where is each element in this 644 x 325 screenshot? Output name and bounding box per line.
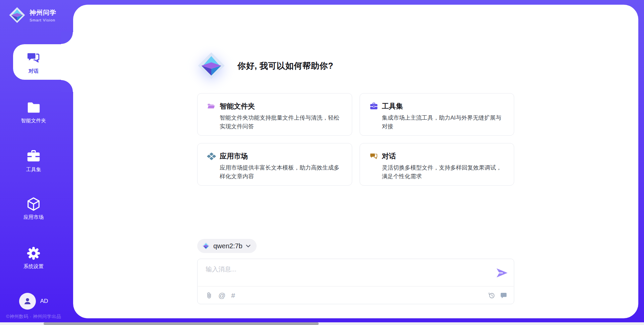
message-composer: @ #: [197, 259, 514, 304]
card-title: 对话: [382, 151, 396, 161]
chevron-down-icon: [246, 245, 251, 248]
hero-diamond-icon: [197, 52, 225, 80]
folder-icon: [26, 100, 41, 115]
sidebar-item-settings[interactable]: 系统设置: [0, 246, 67, 270]
folder-open-icon: [207, 102, 216, 111]
sidebar-item-label: 对话: [29, 68, 39, 74]
mention-button[interactable]: @: [218, 292, 225, 299]
avatar: [19, 293, 36, 310]
briefcase-icon: [369, 102, 378, 111]
brand-subtitle: Smart Vision: [30, 18, 56, 22]
brand-diamond-icon: [9, 7, 25, 23]
sidebar-item-app-market[interactable]: 应用市场: [0, 196, 67, 220]
hash-icon: #: [231, 292, 235, 299]
cube-icon: [26, 196, 41, 212]
user-initials: AD: [40, 298, 48, 305]
sidebar-item-label: 应用市场: [23, 214, 44, 220]
copyright-footer: ©神州数码 · 神州问学出品: [6, 314, 61, 320]
card-toolset[interactable]: 工具集 集成市场上主流工具，助力AI与外界无缝扩展与对接: [360, 93, 515, 136]
card-description: 智能文件夹功能支持批量文件上传与清洗，轻松实现文件问答: [220, 114, 342, 131]
topic-button[interactable]: #: [231, 292, 235, 299]
send-icon: [496, 268, 508, 278]
card-chat[interactable]: 对话 灵活切换多模型文件，支持多样回复效果调试，满足个性化需求: [360, 143, 515, 186]
card-description: 集成市场上主流工具，助力AI与外界无缝扩展与对接: [382, 114, 505, 131]
model-selector[interactable]: qwen2:7b: [197, 239, 257, 253]
user-account[interactable]: AD: [0, 293, 67, 310]
history-icon: [488, 292, 495, 299]
model-name: qwen2:7b: [213, 242, 243, 250]
sidebar-item-smart-folder[interactable]: 智能文件夹: [0, 100, 67, 124]
conversation-button[interactable]: [500, 292, 507, 299]
card-description: 应用市场提供丰富长文本模板，助力高效生成多样化文章内容: [220, 164, 342, 181]
message-input[interactable]: [206, 265, 490, 284]
tab-curve-top: [61, 32, 73, 44]
horizontal-scrollbar-track: [0, 322, 644, 325]
model-diamond-icon: [202, 242, 210, 250]
card-description: 灵活切换多模型文件，支持多样回复效果调试，满足个性化需求: [382, 164, 505, 181]
sidebar-item-label: 系统设置: [23, 263, 44, 270]
card-title: 工具集: [382, 102, 403, 111]
gear-icon: [26, 246, 41, 261]
blocks-icon: [207, 152, 216, 161]
chat-icon: [26, 50, 41, 66]
greeting-block: 你好, 我可以如何帮助你?: [197, 52, 333, 80]
sidebar: 神州问学 Smart Vision 对话 智能文件夹 工具集 应用市场 系统设置…: [0, 0, 73, 325]
greeting-title: 你好, 我可以如何帮助你?: [237, 60, 333, 71]
card-title: 智能文件夹: [220, 102, 255, 111]
sidebar-item-toolset[interactable]: 工具集: [0, 149, 67, 173]
chat-icon: [369, 152, 378, 161]
history-button[interactable]: [488, 292, 495, 299]
brand-logo: 神州问学 Smart Vision: [9, 7, 56, 23]
sidebar-item-label: 智能文件夹: [21, 118, 46, 124]
brand-name: 神州问学: [30, 8, 56, 17]
feature-cards: 智能文件夹 智能文件夹功能支持批量文件上传与清洗，轻松实现文件问答 工具集 集成…: [197, 93, 514, 186]
main-panel: 你好, 我可以如何帮助你? 智能文件夹 智能文件夹功能支持批量文件上传与清洗，轻…: [73, 5, 638, 318]
sidebar-item-chat[interactable]: 对话: [0, 50, 67, 74]
person-icon: [22, 296, 33, 306]
at-icon: @: [218, 292, 225, 299]
tab-curve-bottom: [61, 80, 73, 92]
message-icon: [500, 292, 507, 299]
sidebar-item-label: 工具集: [26, 167, 41, 173]
send-button[interactable]: [496, 268, 508, 279]
card-smart-folder[interactable]: 智能文件夹 智能文件夹功能支持批量文件上传与清洗，轻松实现文件问答: [197, 93, 352, 136]
horizontal-scrollbar-thumb[interactable]: [44, 322, 319, 325]
briefcase-icon: [26, 149, 41, 164]
paperclip-icon: [206, 292, 213, 299]
card-title: 应用市场: [220, 151, 248, 161]
attach-file-button[interactable]: [206, 292, 213, 299]
card-app-market[interactable]: 应用市场 应用市场提供丰富长文本模板，助力高效生成多样化文章内容: [197, 143, 352, 186]
